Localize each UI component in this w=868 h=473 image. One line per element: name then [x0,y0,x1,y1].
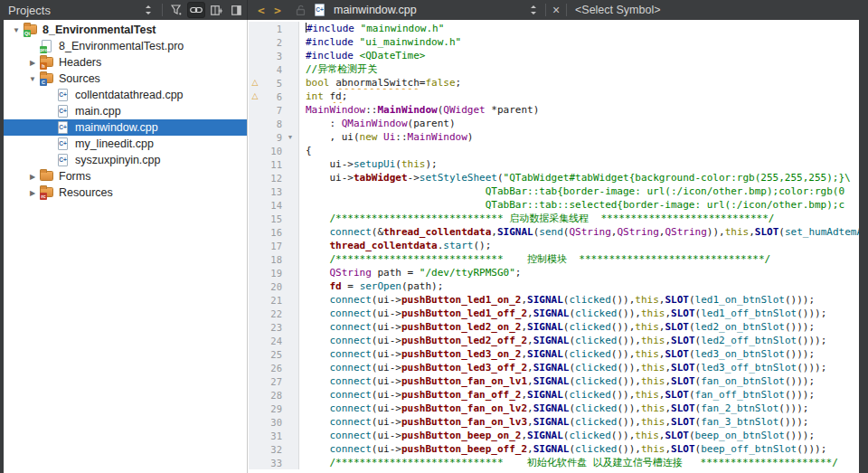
code-line[interactable]: int fd; [299,90,859,103]
code-line[interactable]: , ui(new Ui::MainWindow) [299,130,859,144]
code-line[interactable]: /**************************** 启动数据采集线程 *… [299,212,859,225]
code-editor[interactable]: 1234△5△6789▼1011121314151617181920212223… [249,20,859,473]
code-line[interactable]: : QMainWindow(parent) [299,117,859,130]
gutter-row[interactable]: △5 [249,76,298,90]
line-number[interactable]: 10 [261,146,285,156]
code-line[interactable]: connect(ui->pushButton_led3_off_2,SIGNAL… [299,361,859,374]
code-line[interactable]: { [299,144,859,157]
tree-expand-arrow[interactable]: ▶ [25,189,40,197]
gutter-row[interactable]: 24 [249,334,298,347]
line-number[interactable]: 3 [261,51,285,61]
tree-item-headers[interactable]: ▶hHeaders [4,54,247,71]
fold-marker-icon[interactable]: ▼ [285,134,296,140]
code-line[interactable]: connect(ui->pushButton_led2_off_2,SIGNAL… [299,334,859,347]
code-line[interactable]: QString path = "/dev/ttyRPMSG0"; [299,266,859,279]
gutter-row[interactable]: 25 [249,347,298,361]
code-line[interactable]: #include <QDateTime> [299,49,859,62]
line-number[interactable]: 17 [261,241,285,251]
code-line[interactable]: connect(ui->pushButton_led3_on_2,SIGNAL(… [299,347,859,361]
gutter-row[interactable]: 19 [249,266,298,279]
line-number[interactable]: 20 [261,281,285,292]
code-area[interactable]: #include "mainwindow.h"#include "ui_main… [299,22,859,469]
line-number[interactable]: 7 [261,105,285,116]
tree-item-forms[interactable]: ▶Forms [4,168,247,184]
line-number[interactable]: 11 [261,159,285,170]
code-line[interactable]: #include "mainwindow.h" [299,22,859,35]
gutter-row[interactable]: 22 [249,307,298,320]
gutter-row[interactable]: 1 [249,22,298,35]
code-line[interactable]: connect(ui->pushButton_beep_off_2,SIGNAL… [299,442,859,456]
code-line[interactable]: connect(ui->pushButton_led2_on_2,SIGNAL(… [299,320,859,334]
code-line[interactable]: fd = serOpen(path); [299,279,859,293]
tree-expand-arrow[interactable]: ▼ [9,26,24,34]
code-line[interactable]: #include "ui_mainwindow.h" [299,35,859,49]
code-line[interactable]: ui->setupUi(this); [299,157,859,171]
code-line[interactable]: ui->tabWidget->setStyleSheet("QTabWidget… [299,171,859,184]
line-number[interactable]: 33 [261,458,285,468]
gutter-row[interactable]: 29 [249,402,298,415]
line-number[interactable]: 30 [261,417,285,428]
gutter-row[interactable]: 21 [249,293,298,307]
code-line[interactable]: connect(ui->pushButton_fan_on_lv2,SIGNAL… [299,402,859,415]
tree-item-8-environmentaltest-pro[interactable]: pro8_EnvironmentalTest.pro [4,38,247,54]
document-selector-sort-icon[interactable] [524,2,542,18]
tree-expand-arrow[interactable]: ▼ [25,75,40,83]
code-line[interactable]: connect(ui->pushButton_led1_on_2,SIGNAL(… [299,293,859,307]
close-document-icon[interactable]: × [549,4,563,16]
line-number[interactable]: 12 [261,173,285,184]
gutter-row[interactable]: 28 [249,388,298,402]
line-number[interactable]: 14 [261,200,285,211]
gutter-row[interactable]: 15 [249,212,298,225]
tree-expand-arrow[interactable]: ▶ [25,59,40,67]
line-number[interactable]: 28 [261,390,285,401]
tree-expand-arrow[interactable]: ▶ [25,173,40,181]
line-number[interactable]: 6 [261,91,285,102]
code-line[interactable]: connect(ui->pushButton_led1_off_2,SIGNAL… [299,307,859,320]
gutter-row[interactable]: 2 [249,35,298,49]
code-line[interactable]: QTabBar::tab{border-image: url(:/icon/ot… [299,184,859,198]
tree-item-syszuxpinyin-cpp[interactable]: C+syszuxpinyin.cpp [4,152,247,168]
open-document-name[interactable]: mainwindow.cpp [334,4,417,16]
code-line[interactable]: /**************************** 控制模块 *****… [299,252,859,266]
line-number[interactable]: 9 [261,132,285,143]
tree-item-resources[interactable]: ▶rcResources [4,184,247,201]
line-number[interactable]: 22 [261,308,285,319]
code-line[interactable]: connect(ui->pushButton_fan_on_lv1,SIGNAL… [299,374,859,388]
gutter-row[interactable]: 17 [249,239,298,252]
code-line[interactable]: MainWindow::MainWindow(QWidget *parent) [299,103,859,117]
link-with-editor-icon[interactable] [187,2,205,18]
line-number[interactable]: 5 [261,78,285,89]
close-pane-icon[interactable] [227,2,245,18]
code-line[interactable]: connect(ui->pushButton_fan_on_lv3,SIGNAL… [299,415,859,429]
tree-item-mainwindow-cpp[interactable]: C+mainwindow.cpp [4,119,247,136]
line-number[interactable]: 32 [261,444,285,455]
gutter-row[interactable]: 13 [249,184,298,198]
line-number[interactable]: 1 [261,24,285,34]
gutter-row[interactable]: 18 [249,252,298,266]
gutter-row[interactable]: 10 [249,144,298,157]
gutter-row[interactable]: 8 [249,117,298,130]
line-number[interactable]: 8 [261,118,285,129]
line-number[interactable]: 4 [261,64,285,75]
gutter-row[interactable]: 31 [249,429,298,442]
tree-item-8-environmentaltest[interactable]: ▼Qt8_EnvironmentalTest [4,22,247,38]
line-number[interactable]: 13 [261,186,285,197]
nav-back-icon[interactable]: < [253,4,269,17]
line-number[interactable]: 29 [261,403,285,414]
line-number[interactable]: 26 [261,363,285,374]
code-line[interactable]: connect(ui->pushButton_fan_off_2,SIGNAL(… [299,388,859,402]
gutter-row[interactable]: 20 [249,279,298,293]
gutter-row[interactable]: 33 [249,456,298,469]
gutter-row[interactable]: 32 [249,442,298,456]
gutter-row[interactable]: 4 [249,62,298,76]
code-line[interactable]: thread_collentdata.start(); [299,239,859,252]
code-line[interactable]: QTabBar::tab::selected{border-image: url… [299,198,859,212]
line-number[interactable]: 19 [261,268,285,279]
line-number[interactable]: 15 [261,213,285,224]
code-line[interactable]: //异常检测开关 [299,62,859,76]
gutter-row[interactable]: 23 [249,320,298,334]
code-line[interactable]: /**************************** 初始化软件盘 以及建… [299,456,859,469]
line-number[interactable]: 27 [261,376,285,387]
gutter-row[interactable]: 16 [249,225,298,239]
code-line[interactable]: connect(&thread_collentdata,SIGNAL(send(… [299,225,859,239]
